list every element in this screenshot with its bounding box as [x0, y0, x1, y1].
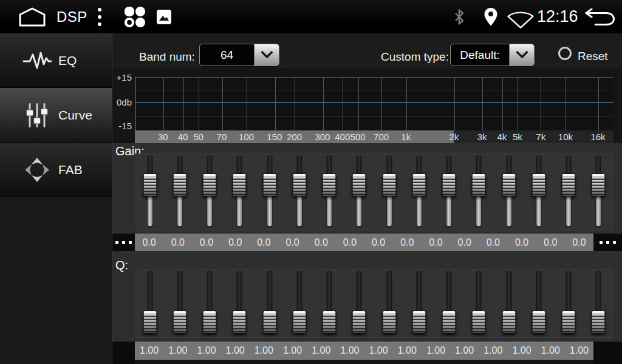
- gain-slider[interactable]: [524, 154, 553, 230]
- q-slider[interactable]: [494, 269, 524, 337]
- slider-thumb[interactable]: [233, 311, 247, 334]
- q-slider[interactable]: [404, 269, 434, 337]
- slider-thumb[interactable]: [412, 311, 426, 334]
- chevron-down-icon[interactable]: [509, 44, 534, 66]
- slider-thumb[interactable]: [502, 174, 516, 197]
- q-slider[interactable]: [464, 269, 494, 337]
- freq-tick-label: 300: [315, 130, 330, 143]
- slider-thumb[interactable]: [352, 174, 366, 197]
- slider-thumb[interactable]: [233, 174, 247, 197]
- gain-value: 0.0: [307, 237, 335, 248]
- slider-thumb[interactable]: [562, 174, 576, 197]
- gain-slider[interactable]: [284, 154, 314, 230]
- q-slider[interactable]: [434, 269, 464, 337]
- gain-slider[interactable]: [255, 154, 284, 230]
- freq-gridline: [163, 78, 164, 130]
- q-slider[interactable]: [344, 269, 374, 337]
- slider-thumb[interactable]: [562, 311, 576, 334]
- slider-thumb[interactable]: [173, 311, 186, 334]
- slider-thumb[interactable]: [442, 311, 456, 334]
- gain-slider[interactable]: [434, 154, 464, 230]
- custom-type-select[interactable]: Default:: [450, 44, 535, 66]
- slider-thumb[interactable]: [531, 311, 545, 334]
- apps-clover-icon[interactable]: [123, 5, 146, 29]
- q-value: 1.00: [422, 345, 450, 356]
- slider-thumb[interactable]: [323, 174, 337, 197]
- slider-thumb[interactable]: [531, 174, 545, 197]
- q-slider[interactable]: [195, 269, 225, 337]
- q-slider[interactable]: [584, 269, 613, 337]
- slider-thumb[interactable]: [472, 174, 486, 197]
- q-value: 1.00: [565, 345, 593, 356]
- gain-slider[interactable]: [225, 154, 255, 230]
- gain-slider[interactable]: [494, 154, 524, 230]
- q-slider[interactable]: [225, 269, 255, 337]
- slider-thumb[interactable]: [203, 311, 217, 334]
- gain-slider[interactable]: [374, 154, 404, 230]
- eq-plot[interactable]: [135, 77, 613, 130]
- gallery-icon[interactable]: [156, 9, 172, 25]
- q-value: 1.00: [307, 345, 335, 356]
- slider-thumb[interactable]: [143, 174, 157, 197]
- q-more-right-button[interactable]: [593, 342, 622, 364]
- slider-thumb[interactable]: [592, 311, 606, 334]
- q-value: 1.00: [163, 345, 192, 356]
- location-pin-icon: [483, 7, 499, 27]
- gain-more-left-button[interactable]: [112, 234, 135, 251]
- slider-thumb[interactable]: [292, 311, 306, 334]
- kebab-menu-icon[interactable]: [97, 8, 102, 26]
- q-slider[interactable]: [165, 269, 194, 337]
- q-slider[interactable]: [315, 269, 344, 337]
- gain-slider[interactable]: [344, 154, 374, 230]
- slider-thumb[interactable]: [262, 311, 276, 334]
- slider-thumb[interactable]: [173, 174, 186, 197]
- band-num-select[interactable]: 64: [199, 44, 279, 66]
- slider-thumb[interactable]: [592, 174, 606, 197]
- sidebar-item-curve[interactable]: Curve: [0, 88, 112, 143]
- q-more-left-button[interactable]: [112, 342, 135, 364]
- sidebar: EQ Curve FAB: [0, 33, 112, 364]
- slider-thumb[interactable]: [472, 311, 486, 334]
- back-arrow-icon[interactable]: [584, 8, 616, 26]
- q-slider[interactable]: [135, 269, 165, 337]
- gain-slider[interactable]: [554, 154, 584, 230]
- slider-thumb[interactable]: [143, 311, 157, 334]
- freq-tick-label: 100: [239, 130, 254, 143]
- sidebar-item-eq[interactable]: EQ: [0, 33, 112, 88]
- q-slider[interactable]: [524, 269, 553, 337]
- slider-thumb[interactable]: [262, 174, 276, 197]
- gain-slider[interactable]: [135, 154, 165, 230]
- q-slider[interactable]: [374, 269, 404, 337]
- slider-thumb[interactable]: [382, 311, 396, 334]
- gain-slider[interactable]: [165, 154, 194, 230]
- gain-value: 0.0: [278, 237, 307, 248]
- freq-gridline: [358, 78, 359, 130]
- freq-tick-label: 16k: [590, 130, 605, 143]
- home-icon[interactable]: [17, 7, 47, 27]
- slider-thumb[interactable]: [382, 174, 396, 197]
- q-slider[interactable]: [284, 269, 314, 337]
- y-axis-label-min: -15: [112, 121, 132, 131]
- chevron-down-icon[interactable]: [254, 44, 279, 66]
- slider-thumb[interactable]: [203, 174, 217, 197]
- gain-slider[interactable]: [404, 154, 434, 230]
- gain-slider[interactable]: [464, 154, 494, 230]
- reset-radio[interactable]: [558, 47, 572, 60]
- slider-thumb[interactable]: [442, 174, 456, 197]
- freq-tick-label: 10k: [558, 130, 573, 143]
- q-value: 1.00: [278, 345, 307, 356]
- slider-thumb[interactable]: [352, 311, 366, 334]
- freq-gridline: [566, 78, 566, 130]
- gain-slider[interactable]: [584, 154, 613, 230]
- gain-slider[interactable]: [195, 154, 225, 230]
- gain-more-right-button[interactable]: [593, 234, 622, 251]
- slider-thumb[interactable]: [292, 174, 306, 197]
- slider-thumb[interactable]: [323, 311, 337, 334]
- q-slider[interactable]: [255, 269, 284, 337]
- q-slider[interactable]: [554, 269, 584, 337]
- slider-thumb[interactable]: [412, 174, 426, 197]
- gain-slider[interactable]: [315, 154, 344, 230]
- sidebar-item-fab[interactable]: FAB: [0, 143, 112, 197]
- slider-thumb[interactable]: [502, 311, 516, 334]
- freq-tick-label: 200: [287, 130, 302, 143]
